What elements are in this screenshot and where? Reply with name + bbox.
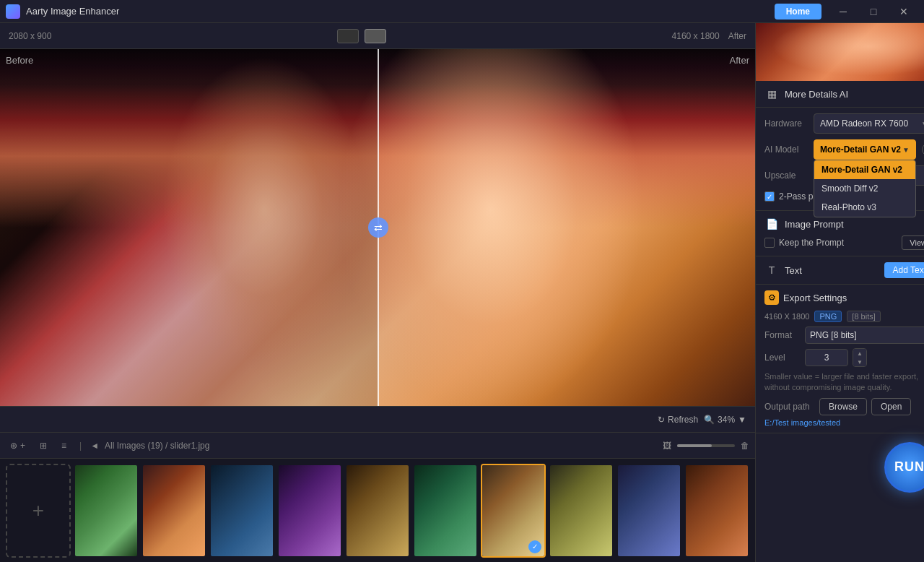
hardware-chevron-icon: ▼ — [921, 120, 924, 128]
browse-button[interactable]: Browse — [819, 398, 867, 415]
size-slider[interactable] — [677, 444, 735, 447]
thumbnail-toolbar: ⊕ + ⊞ ≡ | ◄ All Images (19) / slider1.jp… — [0, 433, 755, 459]
open-button[interactable]: Open — [871, 398, 911, 415]
more-details-icon: ▦ — [764, 87, 779, 101]
export-gear-icon: ⚙ — [764, 290, 779, 305]
thumbnail-item[interactable] — [413, 464, 478, 558]
thumbnail-item[interactable] — [684, 464, 749, 558]
thumbnail-image — [143, 465, 205, 556]
zoom-control[interactable]: 🔍 34% ▼ — [704, 415, 746, 425]
refresh-button[interactable]: ↻ Refresh — [658, 415, 698, 425]
close-button[interactable]: ✕ — [889, 0, 918, 23]
image-compare: ⇄ — [0, 49, 755, 406]
thumbnail-image — [75, 465, 137, 556]
export-header: ⚙ Export Settings ⇊ — [764, 290, 924, 305]
image-prompt-icon: 📄 — [764, 217, 779, 231]
titlebar: Aarty Image Enhancer Home ─ □ ✕ — [0, 0, 924, 23]
thumbnail-image — [686, 465, 748, 556]
list-view-button[interactable]: ≡ — [57, 438, 71, 454]
compare-btn-1[interactable] — [337, 29, 359, 43]
level-up-button[interactable]: ▲ — [853, 349, 866, 358]
breadcrumb-count: All Images (19) — [105, 441, 163, 451]
text-section-header: T Text Add Text — [764, 262, 924, 278]
thumbnail-item-selected[interactable]: ✓ — [481, 464, 546, 558]
right-panel: ▦ More Details AI Hardware AMD Radeon RX… — [755, 23, 924, 562]
thumbnail-item[interactable] — [277, 464, 342, 558]
image-prompt-section: 📄 Image Prompt Keep the Prompt View — [756, 211, 924, 256]
grid-view-button[interactable]: ⊞ — [35, 438, 51, 454]
thumbnail-icon: 🖼 — [663, 441, 671, 451]
selected-checkmark: ✓ — [528, 540, 541, 553]
ai-model-row: AI Model More-Detail GAN v2 ▼ More-Detai… — [764, 139, 924, 160]
dropdown-option-1[interactable]: More-Detail GAN v2 — [814, 160, 915, 179]
hardware-select[interactable]: AMD Radeon RX 7600 ▼ — [814, 113, 924, 134]
output-path-label: Output path — [764, 402, 815, 412]
more-details-section-header[interactable]: ▦ More Details AI — [756, 81, 924, 108]
format-badge: PNG — [814, 311, 842, 322]
format-select[interactable]: PNG [8 bits] ▼ — [805, 327, 924, 344]
minimize-button[interactable]: ─ — [829, 0, 858, 23]
hardware-value: AMD Radeon RX 7600 — [820, 118, 908, 129]
thumbnail-image — [550, 465, 612, 556]
add-text-button[interactable]: Add Text — [884, 262, 924, 278]
level-row: Level 3 ▲ ▼ — [764, 348, 924, 367]
add-button[interactable]: ⊕ + — [6, 438, 30, 454]
ai-model-label: AI Model — [764, 144, 808, 155]
divider-line[interactable]: ⇄ — [378, 49, 379, 406]
keep-prompt-label: Keep the Prompt — [779, 238, 844, 248]
keep-prompt-checkbox[interactable] — [764, 238, 775, 248]
after-resolution: 4160 x 1800 — [672, 31, 720, 41]
thumbnail-item[interactable] — [141, 464, 206, 558]
export-hint: Smaller value = larger file and faster e… — [764, 371, 924, 394]
format-value: PNG [8 bits] — [810, 330, 857, 340]
thumbnail-right-tools: 🖼 🗑 — [663, 441, 749, 451]
ai-model-container: More-Detail GAN v2 ▼ More-Detail GAN v2 … — [814, 139, 916, 160]
thumbnail-image — [346, 465, 409, 556]
back-arrow-icon[interactable]: ◄ — [90, 441, 99, 451]
level-down-button[interactable]: ▼ — [853, 358, 866, 366]
ai-model-value: More-Detail GAN v2 — [820, 144, 901, 155]
thumbnail-image — [211, 465, 273, 556]
breadcrumb: All Images (19) / slider1.jpg — [105, 441, 657, 451]
breadcrumb-file: slider1.jpg — [170, 441, 210, 451]
thumbnail-image — [279, 465, 341, 556]
before-resolution: 2080 x 900 — [9, 31, 51, 41]
grid-icon: ⊞ — [40, 441, 47, 451]
format-row: Format PNG [8 bits] ▼ — [764, 327, 924, 344]
add-image-button[interactable]: + — [6, 464, 71, 558]
preview-image-overlay — [756, 23, 924, 81]
image-prompt-header: 📄 Image Prompt — [764, 217, 924, 231]
thumbnail-item[interactable] — [209, 464, 274, 558]
refresh-icon: ↻ — [658, 415, 665, 425]
after-label-toolbar: After — [728, 31, 746, 41]
view-button[interactable]: View — [902, 235, 924, 250]
dropdown-option-3[interactable]: Real-Photo v3 — [814, 198, 915, 217]
level-input[interactable]: 3 — [805, 349, 848, 366]
home-button[interactable]: Home — [775, 4, 821, 20]
zoom-chevron-icon: ▼ — [738, 415, 746, 425]
more-details-content: Hardware AMD Radeon RX 7600 ▼ AI Model M… — [756, 108, 924, 211]
thumbnail-item[interactable] — [616, 464, 681, 558]
text-icon: T — [764, 263, 779, 277]
thumbnail-item[interactable] — [74, 464, 139, 558]
maximize-button[interactable]: □ — [859, 0, 888, 23]
delete-icon[interactable]: 🗑 — [741, 441, 749, 451]
ai-model-dropdown: More-Detail GAN v2 Smooth Diff v2 Real-P… — [814, 160, 916, 217]
export-info: 4160 X 1800 PNG [8 bits] — [764, 311, 924, 322]
hardware-row: Hardware AMD Radeon RX 7600 ▼ — [764, 113, 924, 134]
run-button[interactable]: RUN — [884, 442, 924, 493]
level-value: 3 — [824, 353, 829, 363]
compare-btn-2[interactable] — [365, 29, 386, 43]
divider-handle[interactable]: ⇄ — [368, 217, 388, 238]
two-pass-checkbox[interactable]: ✓ — [764, 191, 775, 202]
ai-model-chevron-icon: ▼ — [902, 146, 910, 154]
refresh-label: Refresh — [668, 415, 698, 425]
thumbnail-strip: ⊕ + ⊞ ≡ | ◄ All Images (19) / slider1.jp… — [0, 432, 755, 562]
dropdown-option-2[interactable]: Smooth Diff v2 — [814, 179, 915, 198]
ai-model-select[interactable]: More-Detail GAN v2 ▼ — [814, 139, 916, 160]
more-details-title: More Details AI — [785, 89, 924, 100]
level-label: Level — [764, 353, 801, 363]
thumbnail-item[interactable] — [345, 464, 410, 558]
thumbnail-item[interactable] — [549, 464, 614, 558]
thumbnail-grid: + ✓ — [0, 459, 755, 562]
